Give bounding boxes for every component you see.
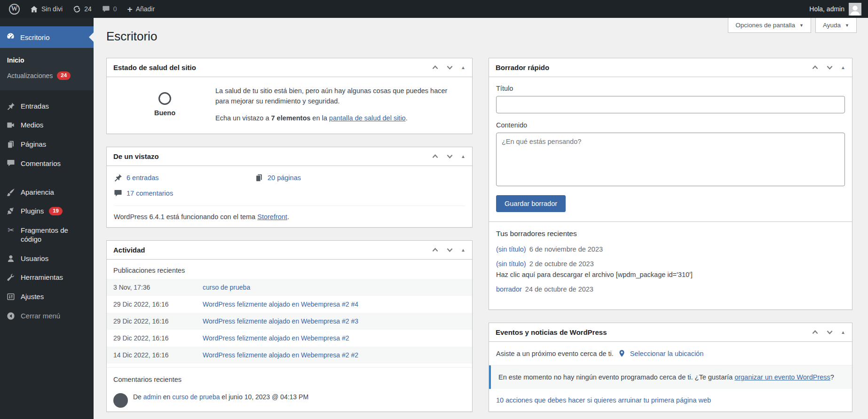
comments-count-link[interactable]: 17 comentarios (126, 190, 173, 197)
collapse-toggle-icon[interactable]: ▲ (461, 154, 466, 159)
draft-item: (sin título)2 de octubre de 2023 Haz cli… (496, 260, 845, 278)
updates-badge: 24 (57, 71, 71, 80)
move-down-button[interactable] (826, 64, 833, 71)
widget-at-a-glance: De un vistazo ▲ (106, 147, 473, 228)
move-down-button[interactable] (446, 153, 453, 159)
draft-excerpt: Haz clic aquí para descargar el archivo … (496, 271, 845, 278)
move-up-button[interactable] (812, 329, 819, 335)
save-draft-button[interactable]: Guardar borrador (496, 195, 566, 212)
theme-link[interactable]: Storefront (257, 213, 287, 221)
post-link[interactable]: WordPress felizmente alojado en Webempre… (203, 300, 358, 308)
draft-link[interactable]: (sin título) (496, 260, 526, 268)
chevron-down-icon (446, 247, 453, 253)
admin-bar-updates[interactable]: 24 (68, 0, 97, 18)
health-ring-icon (158, 92, 171, 105)
comment-icon (6, 159, 16, 167)
widget-header: Estado de salud del sitio ▲ (107, 58, 472, 77)
post-link[interactable]: WordPress felizmente alojado en Webempre… (203, 334, 349, 342)
move-up-button[interactable] (812, 64, 819, 71)
chevron-up-icon (812, 64, 819, 71)
comment-author-link[interactable]: admin (143, 393, 161, 401)
site-health-screen-link[interactable]: pantalla de salud del sitio (329, 114, 406, 122)
sidebar-item-label: Escritorio (20, 33, 50, 41)
sidebar-item-apariencia[interactable]: Apariencia (0, 183, 94, 202)
collapse-toggle-icon[interactable]: ▲ (461, 65, 466, 70)
activity-row: 14 Dic 2022, 16:16 WordPress felizmente … (107, 347, 472, 364)
sidebar-item-usuarios[interactable]: Usuarios (0, 249, 94, 269)
collapse-toggle-icon[interactable]: ▲ (461, 247, 466, 253)
comments-icon (102, 6, 110, 13)
widget-title: Estado de salud del sitio (113, 63, 196, 71)
sidebar-item-ajustes[interactable]: Ajustes (0, 287, 94, 307)
sidebar-item-comentarios[interactable]: Comentarios (0, 154, 94, 174)
draft-link[interactable]: (sin título) (496, 245, 526, 253)
sidebar-item-medios[interactable]: Medios (0, 116, 94, 135)
sidebar-item-paginas[interactable]: Páginas (0, 135, 94, 154)
comment-row: De admin en curso de prueba el junio 10,… (107, 389, 472, 411)
site-health-body: Bueno La salud de tu sitio está bien, pe… (107, 77, 472, 134)
move-down-button[interactable] (446, 247, 453, 253)
widget-title: Borrador rápido (496, 63, 549, 71)
admin-bar-comments[interactable]: 0 (97, 0, 122, 18)
quick-draft-form: Título Contenido Guardar borrador (489, 77, 852, 221)
move-up-button[interactable] (432, 247, 439, 253)
widget-activity: Actividad ▲ Publicaciones recientes (106, 240, 473, 412)
site-health-gauge: Bueno (114, 86, 215, 123)
dashboard-widgets: Estado de salud del sitio ▲ Bu (94, 44, 868, 419)
updates-count: 24 (84, 5, 92, 13)
post-link[interactable]: curso de prueba (203, 284, 250, 291)
sidebar-item-plugins[interactable]: Plugins 19 (0, 202, 94, 221)
move-up-button[interactable] (432, 153, 439, 159)
comment-icon (114, 190, 122, 197)
glance-comments: 17 comentarios (114, 190, 255, 197)
posts-count-link[interactable]: 6 entradas (126, 174, 159, 182)
chevron-down-icon (446, 153, 453, 159)
pages-count-link[interactable]: 20 páginas (268, 174, 301, 182)
move-up-button[interactable] (432, 64, 439, 71)
collapse-toggle-icon[interactable]: ▲ (841, 65, 845, 70)
widget-events-news: Eventos y noticias de WordPress ▲ Asiste… (489, 323, 852, 412)
draft-date: 24 de octubre de 2023 (525, 285, 593, 293)
widget-controls: ▲ (812, 64, 845, 71)
media-icon (6, 121, 16, 129)
sidebar-item-fragmentos[interactable]: ✂ Fragmentos de código (0, 221, 94, 249)
move-down-button[interactable] (446, 64, 453, 71)
wordpress-logo-menu[interactable]: W (4, 0, 25, 18)
recent-drafts-section: Tus borradores recientes (sin título)6 d… (489, 221, 852, 309)
select-location-link[interactable]: Seleccionar la ubicación (630, 350, 703, 357)
admin-bar-site-name[interactable]: Sin divi (25, 0, 68, 18)
draft-link[interactable]: borrador (496, 285, 522, 293)
events-news-row: 10 acciones que debes hacer si quieres a… (489, 389, 852, 411)
user-silhouette-icon (849, 4, 861, 16)
draft-title-input[interactable] (496, 96, 845, 113)
activity-body: Publicaciones recientes 3 Nov, 17:36 cur… (107, 260, 472, 411)
comment-post-link[interactable]: curso de prueba (172, 393, 220, 401)
admin-bar-account[interactable]: Hola, admin (809, 3, 861, 16)
events-intro-row: Asiste a un próximo evento cerca de ti. … (489, 342, 852, 365)
admin-bar-add-new[interactable]: + Añadir (122, 0, 160, 18)
collapse-toggle-icon[interactable]: ▲ (841, 330, 845, 335)
organize-event-link[interactable]: organizar un evento WordPress (734, 373, 830, 381)
collapse-menu-icon (6, 312, 16, 320)
move-down-button[interactable] (826, 329, 833, 335)
draft-content-textarea[interactable] (496, 133, 845, 186)
sidebar-item-herramientas[interactable]: Herramientas (0, 268, 94, 287)
plugins-badge: 19 (49, 207, 63, 215)
submenu-item-actualizaciones[interactable]: Actualizaciones 24 (0, 68, 94, 84)
wordpress-version-line: WordPress 6.4.1 está funcionando con el … (114, 206, 465, 221)
post-link[interactable]: WordPress felizmente alojado en Webempre… (203, 351, 358, 359)
admin-sidebar: Escritorio Inicio Actualizaciones 24 Ent… (0, 18, 94, 419)
greeting-label: Hola, admin (809, 5, 844, 13)
sidebar-item-escritorio[interactable]: Escritorio (0, 26, 94, 48)
chevron-down-icon: ▼ (799, 23, 804, 28)
at-a-glance-body: 6 entradas 20 páginas 17 c (107, 166, 472, 227)
screen-options-button[interactable]: Opciones de pantalla ▼ (728, 18, 811, 33)
help-button[interactable]: Ayuda ▼ (815, 18, 857, 33)
sidebar-item-cerrar-menu[interactable]: Cerrar menú (0, 307, 94, 326)
post-link[interactable]: WordPress felizmente alojado en Webempre… (203, 317, 358, 325)
widget-controls: ▲ (432, 247, 466, 253)
sidebar-item-entradas[interactable]: Entradas (0, 97, 94, 116)
widget-title: Eventos y noticias de WordPress (496, 328, 607, 336)
submenu-item-inicio[interactable]: Inicio (0, 53, 94, 68)
news-article-link[interactable]: 10 acciones que debes hacer si quieres a… (496, 396, 711, 404)
